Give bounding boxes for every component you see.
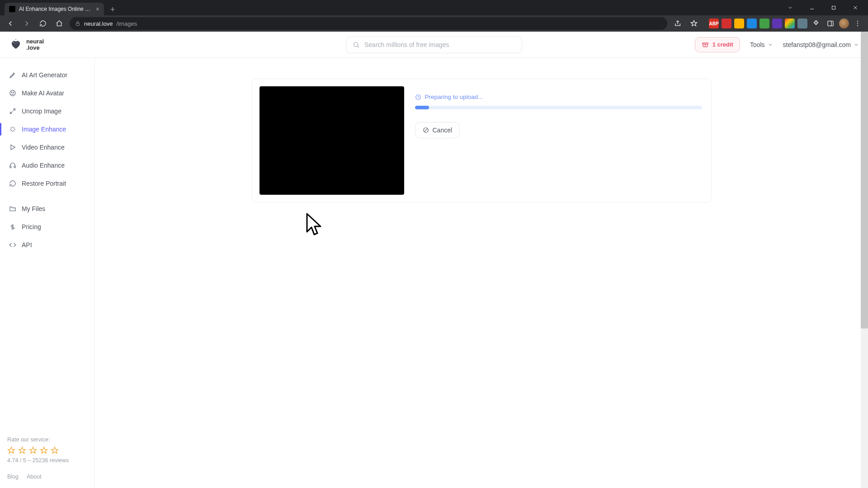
star-icon[interactable] [18,446,26,455]
chrome-chevron-icon[interactable] [780,1,800,14]
minimize-button[interactable] [802,1,822,14]
close-tab-icon[interactable]: × [96,5,99,13]
star-icon[interactable] [29,446,37,455]
sidebar-item-label: Video Enhance [22,144,65,151]
back-button[interactable] [5,18,16,29]
chevron-down-icon [768,42,773,47]
svg-rect-1 [832,6,835,9]
credits-badge[interactable]: 1 credit [695,37,740,52]
search-icon [353,41,360,48]
chevron-down-icon [854,42,859,47]
sidebar-item-image-enhance[interactable]: Image Enhance [0,120,94,138]
sidebar-item-label: Audio Enhance [22,162,65,169]
star-icon[interactable] [51,446,59,455]
sidebar-item-pricing[interactable]: Pricing [0,218,94,236]
profile-avatar[interactable] [839,19,849,28]
sidebar: AI Art GeneratorMake AI AvatarUncrop Ima… [0,58,95,488]
star-icon[interactable] [40,446,48,455]
maximize-button[interactable] [824,1,844,14]
clock-icon [415,94,421,100]
svg-point-9 [857,25,858,26]
address-bar[interactable]: neural.love/images [70,17,667,30]
browser-tab[interactable]: AI Enhance Images Online For Fr × [5,3,104,15]
svg-point-21 [11,92,12,93]
sidebar-item-label: API [22,241,32,249]
rating-line: 4.74 / 5 – 25236 reviews [7,457,87,464]
upload-card: Preparing to upload... Cancel [252,79,712,202]
svg-rect-24 [10,166,11,168]
svg-point-8 [857,23,858,24]
sidebar-footer: Rate our service: 4.74 / 5 – 25236 revie… [0,430,94,488]
code-icon [9,241,16,249]
extension-green-icon[interactable] [760,19,769,28]
close-window-button[interactable] [845,1,865,14]
user-menu[interactable]: stefanstp08@gmail.com [783,41,859,48]
address-path: /images [117,20,137,27]
sidebar-item-make-ai-avatar[interactable]: Make AI Avatar [0,84,94,102]
upload-status: Preparing to upload... [415,94,702,100]
footer-link-blog[interactable]: Blog [7,474,19,480]
browser-toolbar: neural.love/images ABP [0,15,868,32]
cancel-button[interactable]: Cancel [415,122,460,138]
extensions-row: ABP [704,18,863,29]
sidebar-item-label: Uncrop Image [22,108,61,115]
svg-point-20 [10,90,15,96]
upload-progress [415,106,702,109]
extension-color-icon[interactable] [785,19,795,28]
browser-menu-icon[interactable] [852,18,863,29]
upload-status-text: Preparing to upload... [425,94,483,100]
rating-stars[interactable] [7,446,87,455]
extension-abp-icon[interactable]: ABP [709,19,719,28]
tools-dropdown[interactable]: Tools [750,41,773,48]
sparkle-icon [9,126,16,133]
browser-tab-strip: AI Enhance Images Online For Fr × + [0,0,868,15]
extension-purple-icon[interactable] [772,19,782,28]
svg-rect-5 [828,21,833,26]
svg-point-7 [857,21,858,22]
sidebar-item-video-enhance[interactable]: Video Enhance [0,138,94,156]
window-controls [780,0,868,15]
search-box[interactable] [346,36,522,53]
search-input[interactable] [364,41,515,48]
star-icon[interactable] [7,446,15,455]
lock-icon [75,21,80,26]
sidebar-item-label: Make AI Avatar [22,89,64,97]
sidebar-item-my-files[interactable]: My Files [0,200,94,218]
extension-red-icon[interactable] [722,19,731,28]
home-button[interactable] [53,18,65,29]
main-content: Preparing to upload... Cancel [95,58,868,488]
svg-point-22 [13,92,14,93]
cancel-icon [423,127,429,133]
brand-logo[interactable]: neural .love [9,38,44,52]
share-icon[interactable] [672,18,684,29]
extension-gray-icon[interactable] [797,19,807,28]
expand-icon [9,108,16,115]
tab-title: AI Enhance Images Online For Fr [19,6,92,12]
cancel-label: Cancel [433,127,453,134]
new-tab-button[interactable]: + [107,4,118,15]
forward-button[interactable] [21,18,33,29]
svg-marker-23 [11,145,15,150]
footer-link-about[interactable]: About [27,474,42,480]
sidebar-item-api[interactable]: API [0,236,94,254]
extensions-puzzle-icon[interactable] [810,18,822,29]
sidebar-item-restore-portrait[interactable]: Restore Portrait [0,174,94,192]
extension-yellow-icon[interactable] [734,19,744,28]
sidebar-item-audio-enhance[interactable]: Audio Enhance [0,156,94,174]
svg-rect-25 [14,166,15,168]
extension-blue-icon[interactable] [747,19,757,28]
sidebar-item-ai-art-generator[interactable]: AI Art Generator [0,66,94,84]
sidebar-item-label: AI Art Generator [22,71,67,79]
upload-progress-fill [415,106,429,109]
logo-text: neural .love [26,38,44,51]
logo-icon [9,38,23,52]
svg-point-12 [15,38,16,39]
logo-text-line2: .love [26,45,44,51]
sidepanel-icon[interactable] [825,18,836,29]
user-email: stefanstp08@gmail.com [783,41,851,48]
bookmark-star-icon[interactable] [688,18,700,29]
sidebar-item-uncrop-image[interactable]: Uncrop Image [0,102,94,120]
folder-icon [9,205,16,212]
play-icon [9,144,16,151]
reload-button[interactable] [37,18,49,29]
